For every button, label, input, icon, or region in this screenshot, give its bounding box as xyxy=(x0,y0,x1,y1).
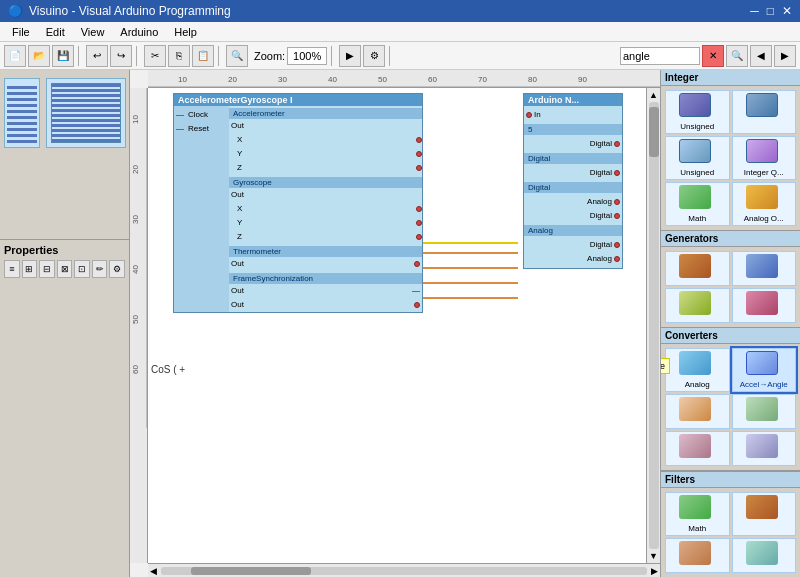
svg-text:60: 60 xyxy=(131,365,140,374)
conv1-label: Analog xyxy=(685,380,710,389)
separator-2 xyxy=(136,46,140,66)
sidebar-item-math[interactable]: Math xyxy=(665,182,730,226)
accelerometer-component[interactable]: AccelerometerGyroscope I Clock Reset xyxy=(173,93,423,313)
accel-to-angle-icon xyxy=(746,351,782,379)
filter4-icon xyxy=(746,541,782,569)
minimize-btn[interactable]: ─ xyxy=(750,4,759,18)
gen3-icon xyxy=(679,291,715,319)
gen4-icon xyxy=(746,291,782,319)
svg-text:30: 30 xyxy=(278,75,287,84)
sidebar-item-analog[interactable]: Analog O... xyxy=(732,182,797,226)
ruler-vertical: 10 20 30 40 50 60 xyxy=(130,88,148,563)
converters-grid: Analog Accel→Angle xyxy=(661,344,800,470)
zoom-input[interactable] xyxy=(287,47,327,65)
gen-item-4[interactable] xyxy=(732,288,797,323)
svg-text:10: 10 xyxy=(178,75,187,84)
integer-grid: Unsigned Unsigned xyxy=(661,86,800,230)
filters-header[interactable]: Filters xyxy=(661,472,800,488)
conv6-icon xyxy=(746,434,782,462)
search-prev-btn[interactable]: ◀ xyxy=(750,45,772,67)
properties-label: Properties xyxy=(4,244,125,256)
svg-text:50: 50 xyxy=(378,75,387,84)
canvas-scroll[interactable]: AccelerometerGyroscope I Clock Reset xyxy=(148,88,660,563)
sidebar-item-2[interactable] xyxy=(732,90,797,134)
menu-view[interactable]: View xyxy=(73,24,113,40)
filter-item-4[interactable] xyxy=(732,538,797,573)
tooltip-acceleration-to-angle: Acceleration To Angle xyxy=(660,358,670,374)
conv-item-3[interactable] xyxy=(665,394,730,429)
svg-text:20: 20 xyxy=(131,165,140,174)
gen-item-2[interactable] xyxy=(732,251,797,286)
filter-item-1[interactable]: Math xyxy=(665,492,730,536)
prop-btn-5[interactable]: ⊡ xyxy=(74,260,90,278)
conv-item-1[interactable]: Analog xyxy=(665,348,730,392)
canvas-inner: AccelerometerGyroscope I Clock Reset xyxy=(148,88,660,563)
conv-item-4[interactable] xyxy=(732,394,797,429)
prop-btn-1[interactable]: ≡ xyxy=(4,260,20,278)
sidebar-section-converters: Converters Analog Accel→Angle xyxy=(661,328,800,471)
prop-btn-3[interactable]: ⊟ xyxy=(39,260,55,278)
arduino-component[interactable]: Arduino N... In 5 Digital xyxy=(523,93,623,269)
prop-btn-2[interactable]: ⊞ xyxy=(22,260,38,278)
conv4-icon xyxy=(746,397,782,425)
math-label: Math xyxy=(688,214,706,223)
close-btn[interactable]: ✕ xyxy=(782,4,792,18)
gen-item-3[interactable] xyxy=(665,288,730,323)
svg-text:40: 40 xyxy=(131,265,140,274)
search-input[interactable] xyxy=(620,47,700,65)
sidebar-item-unsigned2[interactable]: Unsigned xyxy=(665,136,730,180)
hscrollbar[interactable]: ◀ ▶ xyxy=(148,563,660,577)
mini-component-2 xyxy=(46,78,126,148)
main-layout: Properties ≡ ⊞ ⊟ ⊠ ⊡ ✏ ⚙ 10 20 30 xyxy=(0,70,800,577)
sidebar-item-unsigned1[interactable]: Unsigned xyxy=(665,90,730,134)
converters-header[interactable]: Converters xyxy=(661,328,800,344)
redo-btn[interactable]: ↪ xyxy=(110,45,132,67)
undo-btn[interactable]: ↩ xyxy=(86,45,108,67)
pin-gyro-x: X xyxy=(237,202,422,216)
search-next-btn[interactable]: ▶ xyxy=(774,45,796,67)
separator-3 xyxy=(218,46,222,66)
gyroscope-sub-header: Gyroscope xyxy=(229,177,422,188)
filter1-icon xyxy=(679,495,715,523)
gen-item-1[interactable] xyxy=(665,251,730,286)
menu-file[interactable]: File xyxy=(4,24,38,40)
pin-accel-out: Out xyxy=(229,119,422,133)
generators-header[interactable]: Generators xyxy=(661,231,800,247)
menu-arduino[interactable]: Arduino xyxy=(112,24,166,40)
unsigned2-label: Unsigned xyxy=(680,168,714,177)
search-clear-btn[interactable]: ✕ xyxy=(702,45,724,67)
vscrollbar[interactable]: ▲ ▼ xyxy=(646,88,660,563)
conv-item-5[interactable] xyxy=(665,431,730,466)
play-btn[interactable]: ▶ xyxy=(339,45,361,67)
math-icon xyxy=(679,185,715,213)
integer-header[interactable]: Integer xyxy=(661,70,800,86)
prop-btn-4[interactable]: ⊠ xyxy=(57,260,73,278)
conv-item-accel-to-angle[interactable]: Accel→Angle xyxy=(732,348,797,392)
prop-btn-6[interactable]: ✏ xyxy=(92,260,108,278)
separator-1 xyxy=(78,46,82,66)
open-btn[interactable]: 📂 xyxy=(28,45,50,67)
zoom-in-btn[interactable]: 🔍 xyxy=(226,45,248,67)
conv-item-6[interactable] xyxy=(732,431,797,466)
prop-btn-7[interactable]: ⚙ xyxy=(109,260,125,278)
copy-btn[interactable]: ⎘ xyxy=(168,45,190,67)
save-btn[interactable]: 💾 xyxy=(52,45,74,67)
menu-edit[interactable]: Edit xyxy=(38,24,73,40)
search-btn[interactable]: 🔍 xyxy=(726,45,748,67)
new-btn[interactable]: 📄 xyxy=(4,45,26,67)
left-panel: Properties ≡ ⊞ ⊟ ⊠ ⊡ ✏ ⚙ xyxy=(0,70,130,577)
conv5-icon xyxy=(679,434,715,462)
settings-btn[interactable]: ⚙ xyxy=(363,45,385,67)
filter-item-2[interactable] xyxy=(732,492,797,536)
maximize-btn[interactable]: □ xyxy=(767,4,774,18)
filter-item-3[interactable] xyxy=(665,538,730,573)
unsigned2-icon xyxy=(679,139,715,167)
window-controls: ─ □ ✕ xyxy=(750,4,792,18)
pin-accel-y: Y xyxy=(237,147,422,161)
menu-help[interactable]: Help xyxy=(166,24,205,40)
svg-text:40: 40 xyxy=(328,75,337,84)
sidebar-item-intq[interactable]: Integer Q... xyxy=(732,136,797,180)
paste-btn[interactable]: 📋 xyxy=(192,45,214,67)
cut-btn[interactable]: ✂ xyxy=(144,45,166,67)
properties-toolbar: ≡ ⊞ ⊟ ⊠ ⊡ ✏ ⚙ xyxy=(4,260,125,278)
